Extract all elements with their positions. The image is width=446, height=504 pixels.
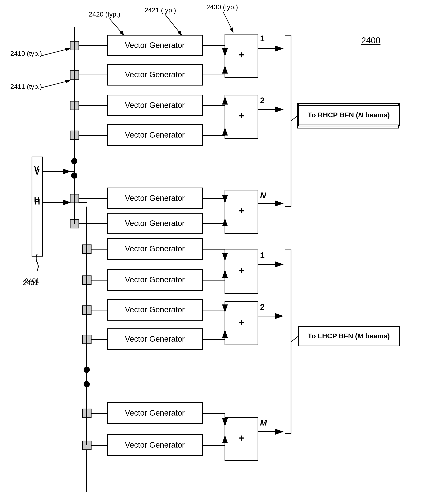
svg-line-150	[291, 336, 298, 342]
svg-text:H: H	[35, 198, 40, 206]
svg-text:1: 1	[260, 34, 265, 43]
svg-text:Vector Generator: Vector Generator	[125, 409, 185, 417]
svg-text:Vector Generator: Vector Generator	[125, 130, 185, 139]
svg-line-136	[41, 49, 70, 56]
svg-text:+: +	[239, 317, 244, 328]
svg-text:M: M	[260, 418, 267, 427]
svg-text:Vector Generator: Vector Generator	[125, 219, 185, 228]
svg-text:2430 (typ.): 2430 (typ.)	[206, 3, 238, 11]
svg-text:2: 2	[260, 302, 265, 311]
svg-line-138	[41, 81, 70, 88]
svg-text:To LHCP BFN (M beams): To LHCP BFN (M beams)	[308, 332, 390, 340]
svg-text:Vector Generator: Vector Generator	[125, 41, 185, 50]
svg-text:+: +	[239, 265, 244, 276]
svg-text:2411 (typ.): 2411 (typ.)	[10, 83, 42, 90]
svg-text:V: V	[35, 168, 40, 176]
svg-text:Vector Generator: Vector Generator	[125, 335, 185, 343]
svg-text:2410 (typ.): 2410 (typ.)	[10, 50, 42, 57]
svg-text:2400: 2400	[361, 36, 380, 45]
diagram-container: V H 2401 Vector Generator Vector Generat…	[0, 0, 446, 504]
svg-line-130	[109, 18, 124, 35]
svg-text:Vector Generator: Vector Generator	[125, 101, 185, 109]
svg-text:+: +	[239, 432, 244, 444]
svg-text:1: 1	[260, 251, 265, 260]
svg-line-132	[165, 15, 182, 35]
svg-text:Vector Generator: Vector Generator	[125, 441, 185, 449]
svg-text:2420 (typ.): 2420 (typ.)	[89, 11, 120, 18]
svg-text:Vector Generator: Vector Generator	[125, 305, 185, 314]
svg-text:Vector Generator: Vector Generator	[125, 70, 185, 79]
svg-text:2401: 2401	[23, 279, 38, 287]
svg-text:+: +	[239, 49, 244, 60]
svg-text:Vector Generator: Vector Generator	[125, 194, 185, 202]
svg-text:2421 (typ.): 2421 (typ.)	[144, 6, 176, 14]
svg-text:+: +	[239, 110, 244, 121]
svg-text:Vector Generator: Vector Generator	[125, 275, 185, 284]
svg-line-134	[223, 11, 233, 32]
svg-text:2: 2	[260, 96, 265, 105]
svg-text:To RHCP BFN (N beams): To RHCP BFN (N beams)	[308, 111, 390, 119]
svg-text:N: N	[260, 191, 266, 200]
svg-text:+: +	[239, 205, 244, 216]
svg-text:Vector Generator: Vector Generator	[125, 244, 185, 253]
